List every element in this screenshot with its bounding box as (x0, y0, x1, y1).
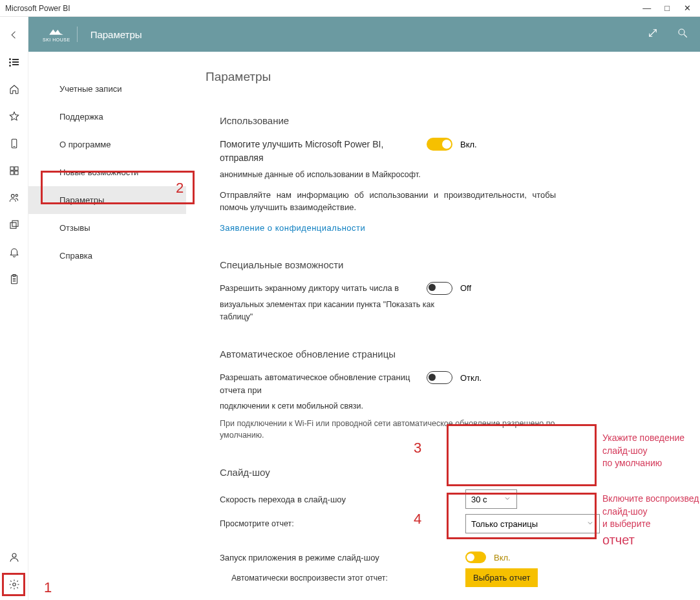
slideshow-autoplay-label: Автоматически воспроизвести этот отчет: (220, 573, 407, 583)
people-icon[interactable] (8, 191, 21, 204)
accessibility-text: Разрешить экранному диктору читать числа… (220, 282, 427, 295)
usage-title: Использование (220, 115, 681, 126)
grid-icon[interactable] (8, 164, 21, 177)
usage-help: Отправляйте нам информацию об использова… (220, 189, 556, 214)
svg-rect-9 (12, 220, 18, 226)
accessibility-toggle-label: Off (460, 283, 471, 293)
slideshow-speed-label: Скорость перехода в слайд-шоу (220, 495, 407, 504)
search-icon[interactable] (677, 27, 688, 41)
slideshow-speed-value: 30 с (471, 495, 487, 504)
user-icon[interactable] (8, 551, 21, 564)
section-accessibility: Специальные возможности Разрешить экранн… (206, 259, 681, 323)
section-usage: Использование Помогите улучшить Microsof… (206, 115, 681, 233)
autorefresh-note: При подключении к Wi-Fi или проводной се… (220, 418, 556, 441)
slideshow-launch-state: Вкл. (494, 553, 511, 562)
svg-rect-5 (14, 171, 17, 175)
maximize-icon[interactable] (664, 3, 670, 13)
section-slideshow: Слайд-шоу Скорость перехода в слайд-шоу … (206, 467, 681, 587)
device-icon[interactable] (8, 137, 21, 150)
slideshow-view-dropdown[interactable]: Только страницы (465, 514, 600, 533)
usage-toggle[interactable] (427, 138, 452, 151)
settings-panel: Параметры Использование Помогите улучшит… (186, 52, 700, 600)
close-icon[interactable] (684, 3, 691, 13)
app-header: SKI HOUSE Параметры (28, 17, 700, 52)
clipboard-icon[interactable] (8, 273, 21, 286)
autorefresh-sub: подключении к сети мобильной связи. (220, 400, 681, 412)
svg-point-15 (12, 553, 16, 557)
svg-point-17 (679, 29, 684, 35)
chevron-down-icon (504, 495, 511, 504)
left-icon-rail (0, 17, 28, 600)
slideshow-launch-label: Запуск приложения в режиме слайд-шоу (220, 553, 407, 562)
slideshow-launch-toggle[interactable] (465, 552, 486, 563)
svg-rect-4 (10, 171, 14, 175)
settings-menu: Учетные записи Поддержка О программе Нов… (28, 52, 186, 600)
list-icon[interactable] (8, 56, 21, 69)
accessibility-toggle[interactable] (427, 282, 452, 295)
menu-help[interactable]: Справка (28, 242, 186, 270)
slideshow-view-label: Просмотрите отчет: (220, 519, 407, 528)
menu-accounts[interactable]: Учетные записи (28, 75, 186, 103)
accessibility-sub: визуальных элементах при касании пункта … (220, 299, 452, 323)
panel-title: Параметры (206, 70, 681, 84)
window-title: Microsoft Power BI (5, 4, 642, 13)
privacy-link[interactable]: Заявление о конфиденциальности (220, 223, 365, 233)
bell-icon[interactable] (8, 246, 21, 259)
autorefresh-text: Разрешать автоматическое обновление стра… (220, 371, 427, 396)
accessibility-title: Специальные возможности (220, 259, 681, 270)
page-title: Параметры (90, 29, 647, 40)
slideshow-speed-dropdown[interactable]: 30 с (465, 489, 517, 509)
svg-point-7 (16, 195, 17, 197)
usage-sub: анонимные данные об использовании в Майк… (220, 169, 681, 181)
back-icon[interactable] (8, 28, 21, 41)
brand-logo: SKI HOUSE (36, 27, 78, 42)
autorefresh-toggle-label: Откл. (460, 373, 482, 383)
home-icon[interactable] (8, 83, 21, 96)
select-report-button[interactable]: Выбрать отчет (465, 568, 538, 587)
chevron-down-icon (586, 519, 594, 529)
star-icon[interactable] (8, 110, 21, 123)
svg-line-18 (684, 34, 687, 38)
window-titlebar: Microsoft Power BI (0, 0, 700, 17)
svg-rect-8 (10, 222, 16, 228)
slideshow-view-value: Только страницы (471, 519, 538, 529)
menu-about[interactable]: О программе (28, 131, 186, 158)
slideshow-title: Слайд-шоу (220, 467, 681, 478)
section-autorefresh: Автоматическое обновление страницы Разре… (206, 348, 681, 441)
autorefresh-toggle[interactable] (427, 371, 452, 384)
gear-icon[interactable] (8, 578, 21, 591)
menu-options[interactable]: Параметры (28, 186, 186, 214)
menu-whatsnew[interactable]: Новые возможности (28, 158, 186, 186)
minimize-icon[interactable] (642, 3, 650, 13)
svg-rect-2 (10, 167, 14, 170)
svg-rect-3 (14, 167, 17, 170)
menu-support[interactable]: Поддержка (28, 103, 186, 131)
autorefresh-title: Автоматическое обновление страницы (220, 348, 681, 359)
menu-feedback[interactable]: Отзывы (28, 214, 186, 242)
expand-icon[interactable] (647, 27, 659, 41)
copies-icon[interactable] (8, 219, 21, 231)
usage-toggle-label: Вкл. (460, 140, 477, 149)
svg-point-16 (12, 583, 16, 586)
svg-point-6 (11, 195, 14, 198)
usage-text: Помогите улучшить Microsoft Power BI, от… (220, 138, 427, 165)
